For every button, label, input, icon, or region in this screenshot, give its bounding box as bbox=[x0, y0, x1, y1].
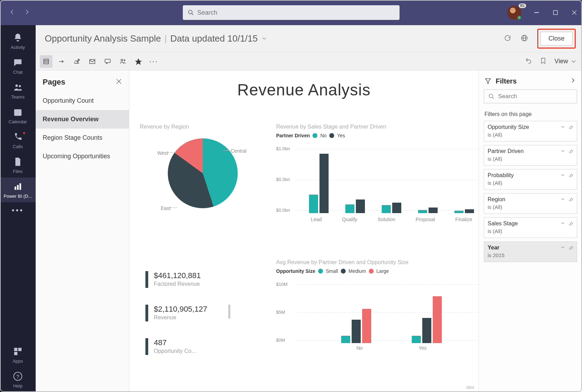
rail-calls[interactable]: Calls bbox=[0, 128, 36, 153]
favorite-button[interactable] bbox=[132, 55, 145, 68]
rail-activity[interactable]: Activity bbox=[0, 29, 36, 53]
rail-files[interactable]: Files bbox=[0, 153, 36, 177]
forward-button[interactable] bbox=[24, 9, 30, 16]
svg-rect-14 bbox=[20, 183, 21, 190]
kpi-card[interactable]: $2,110,905,127Revenue bbox=[145, 305, 261, 321]
svg-rect-29 bbox=[105, 59, 110, 63]
svg-marker-32 bbox=[136, 59, 142, 64]
filter-card[interactable]: Probabilityis (All) bbox=[484, 169, 577, 190]
reset-button[interactable] bbox=[55, 55, 68, 68]
comment-button[interactable] bbox=[101, 55, 114, 68]
share-button[interactable] bbox=[71, 55, 83, 68]
filters-collapse-button[interactable] bbox=[569, 77, 576, 85]
filter-card[interactable]: Opportunity Sizeis (All) bbox=[484, 121, 577, 141]
eraser-icon bbox=[568, 148, 574, 154]
pages-pane-toggle[interactable] bbox=[40, 55, 52, 68]
chart-title: Revenue by Sales Stage and Partner Drive… bbox=[276, 124, 479, 130]
rail-label: Apps bbox=[13, 358, 23, 364]
rail-label: Teams bbox=[11, 94, 24, 100]
svg-rect-23 bbox=[44, 59, 48, 64]
svg-point-7 bbox=[19, 85, 21, 87]
back-button[interactable] bbox=[9, 9, 15, 16]
svg-line-37 bbox=[492, 97, 494, 99]
report-canvas: Revenue Analysis Revenue by Region Centr… bbox=[129, 71, 479, 392]
filters-search[interactable] bbox=[484, 89, 577, 103]
page-item[interactable]: Upcoming Opportunities bbox=[36, 147, 129, 166]
window-minimize-button[interactable] bbox=[533, 9, 540, 16]
rail-label: Power BI (D... bbox=[4, 194, 32, 199]
rail-more[interactable]: ••• bbox=[12, 202, 24, 218]
refresh-button[interactable] bbox=[504, 34, 511, 43]
kpi-card[interactable]: $461,120,881Factored Revenue bbox=[145, 271, 261, 288]
chevron-down-icon bbox=[560, 148, 566, 154]
window-maximize-button[interactable] bbox=[552, 9, 559, 16]
eraser-icon bbox=[568, 172, 574, 178]
pie-chart[interactable]: Revenue by Region Central West East bbox=[140, 124, 266, 208]
chevron-down-icon bbox=[560, 172, 566, 178]
rail-apps[interactable]: Apps bbox=[0, 342, 36, 367]
svg-rect-12 bbox=[15, 187, 16, 190]
rail-powerbi[interactable]: Power BI (D... bbox=[0, 177, 36, 202]
svg-rect-28 bbox=[90, 59, 95, 64]
filter-card[interactable]: Sales Stageis (All) bbox=[484, 217, 577, 238]
svg-line-1 bbox=[192, 13, 193, 15]
search-icon bbox=[188, 9, 194, 16]
bookmark-button[interactable] bbox=[540, 57, 547, 66]
avatar[interactable]: R1 bbox=[507, 6, 521, 20]
chevron-down-icon bbox=[560, 220, 566, 226]
report-name: Opportunity Analysis Sample bbox=[45, 33, 161, 44]
chart-legend: Opportunity Size Small Medium Large bbox=[276, 268, 479, 274]
watermark: obvi bbox=[466, 385, 474, 390]
rail-teams[interactable]: Teams bbox=[0, 78, 36, 103]
page-item[interactable]: Revenue Overview bbox=[36, 110, 129, 129]
page-item[interactable]: Opportunity Count bbox=[36, 92, 129, 110]
rail-label: Chat bbox=[13, 70, 22, 75]
bar-chart-stage[interactable]: Revenue by Sales Stage and Partner Drive… bbox=[276, 124, 479, 225]
chevron-down-icon bbox=[560, 245, 566, 250]
filter-card[interactable]: Partner Drivenis (All) bbox=[484, 145, 577, 166]
chart-title: Revenue by Region bbox=[140, 124, 266, 130]
presence-indicator bbox=[517, 15, 522, 20]
subscribe-button[interactable] bbox=[86, 55, 99, 68]
svg-text:?: ? bbox=[16, 373, 19, 379]
search-input[interactable] bbox=[197, 9, 395, 16]
kpi-card[interactable]: 487Opportunity Co... bbox=[145, 338, 261, 355]
report-subtitle: Data updated 10/1/15 bbox=[170, 33, 258, 44]
avatar-badge: R1 bbox=[519, 3, 526, 8]
app-rail: Activity Chat Teams Calendar Calls Files… bbox=[0, 25, 36, 392]
filter-card[interactable]: Regionis (All) bbox=[484, 193, 577, 214]
pie-label-east: East bbox=[161, 205, 171, 211]
svg-rect-16 bbox=[18, 348, 21, 351]
page-item[interactable]: Region Stage Counts bbox=[36, 129, 129, 147]
rail-label: Calendar bbox=[9, 119, 27, 124]
rail-help[interactable]: ?Help bbox=[0, 367, 36, 392]
window-close-button[interactable] bbox=[571, 9, 578, 16]
svg-point-36 bbox=[489, 94, 493, 98]
eraser-icon bbox=[568, 124, 574, 130]
filters-title: Filters bbox=[496, 77, 517, 85]
rail-calendar[interactable]: Calendar bbox=[0, 103, 36, 128]
global-search[interactable] bbox=[183, 5, 400, 20]
bar-chart-avg[interactable]: Avg Revenue by Partner Driven and Opport… bbox=[276, 259, 479, 354]
svg-rect-15 bbox=[14, 348, 17, 351]
chart-legend: Partner Driven No Yes bbox=[276, 133, 479, 138]
pages-panel: Pages Opportunity Count Revenue Overview… bbox=[36, 71, 129, 392]
kpi-list: $461,120,881Factored Revenue $2,110,905,… bbox=[145, 271, 261, 372]
filter-icon bbox=[484, 78, 491, 85]
report-title-group[interactable]: Opportunity Analysis Sample | Data updat… bbox=[45, 33, 267, 44]
close-highlight: Close bbox=[537, 29, 576, 49]
rail-chat[interactable]: Chat bbox=[0, 53, 36, 78]
filters-search-input[interactable] bbox=[498, 93, 573, 100]
globe-button[interactable] bbox=[520, 34, 528, 43]
close-button[interactable]: Close bbox=[540, 32, 573, 45]
filter-card[interactable]: Yearis 2015 bbox=[484, 241, 577, 262]
rail-label: Activity bbox=[10, 45, 25, 50]
pie-label-west: West bbox=[157, 150, 168, 156]
view-dropdown[interactable]: View bbox=[554, 58, 577, 65]
search-icon bbox=[488, 93, 495, 100]
more-options-button[interactable]: ··· bbox=[148, 55, 160, 68]
teams-chat-button[interactable] bbox=[117, 55, 129, 68]
undo-button[interactable] bbox=[525, 57, 532, 66]
pie-label-central: Central bbox=[231, 148, 246, 154]
pages-close-button[interactable] bbox=[115, 78, 123, 87]
